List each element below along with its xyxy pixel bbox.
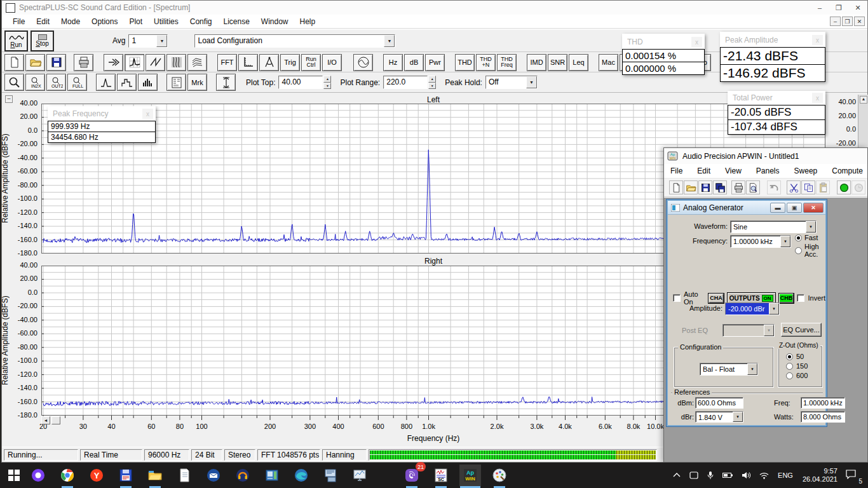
taskbar-edge-icon[interactable]: [290, 464, 312, 486]
close-icon[interactable]: ✕: [803, 203, 824, 213]
taskbar-system-utility-icon[interactable]: [320, 464, 341, 486]
macro-button[interactable]: Mac: [599, 54, 618, 71]
high-acc-radio[interactable]: High Acc.: [795, 243, 825, 258]
tray-chevron-icon[interactable]: [673, 473, 681, 478]
minimize-icon[interactable]: –: [810, 1, 829, 15]
apwin-copy-button[interactable]: [801, 180, 815, 194]
close-icon[interactable]: ✕: [848, 1, 867, 15]
apwin-print-preview-button[interactable]: [746, 180, 760, 194]
menu-config[interactable]: Config: [184, 15, 218, 28]
taskbar-yandex-browser-icon[interactable]: Y: [86, 464, 107, 486]
tablet-mode-icon[interactable]: [689, 471, 698, 479]
close-icon[interactable]: x: [812, 35, 823, 45]
amplitude-range-button[interactable]: [216, 74, 236, 91]
apwin-new-button[interactable]: [669, 180, 683, 194]
apwin-save-all-button[interactable]: [713, 180, 727, 194]
plot-horizontal-scrollbar[interactable]: ◄: [41, 416, 60, 424]
apwin-menu-sweep[interactable]: Sweep: [794, 166, 818, 175]
fast-radio[interactable]: Fast: [795, 234, 818, 241]
apwin-menu-view[interactable]: View: [725, 166, 742, 175]
mdi-close-icon[interactable]: ✕: [854, 17, 865, 26]
taskbar-backup-app-icon[interactable]: [115, 464, 137, 486]
bar-display-button[interactable]: [138, 74, 158, 91]
process-flow-button[interactable]: [104, 54, 123, 71]
taskbar-file-explorer-icon[interactable]: [144, 464, 166, 486]
minimize-icon[interactable]: ▬: [770, 203, 785, 213]
octave-display-button[interactable]: [117, 74, 137, 91]
scaling-button[interactable]: [238, 54, 258, 71]
thdn-utility-button[interactable]: THD+N: [476, 54, 496, 71]
fft-settings-button[interactable]: FFT: [217, 54, 237, 71]
background-scrollbar[interactable]: ▲: [858, 95, 868, 148]
snr-utility-button[interactable]: SNR: [548, 54, 567, 71]
restore-icon[interactable]: ❐: [829, 1, 848, 15]
wifi-icon[interactable]: [759, 472, 769, 479]
clock[interactable]: 9:57 26.04.2021: [803, 467, 837, 484]
signal-generator-button[interactable]: [353, 54, 373, 71]
apwin-print-button[interactable]: [731, 180, 745, 194]
leq-utility-button[interactable]: Leq: [569, 54, 588, 71]
frequency-utility-button[interactable]: Hz: [383, 54, 403, 71]
channel-a-button[interactable]: CHA: [709, 294, 724, 303]
run-button[interactable]: RunRun: [4, 30, 28, 51]
menu-options[interactable]: Options: [86, 15, 123, 28]
plot-options-button[interactable]: [166, 74, 186, 91]
watts-input[interactable]: 8.000 Ohms: [801, 411, 845, 423]
taskbar-chrome-icon[interactable]: [57, 464, 78, 486]
menu-help[interactable]: Help: [294, 15, 322, 28]
apwin-menu-file[interactable]: File: [670, 166, 682, 175]
language-indicator[interactable]: ENG: [778, 471, 793, 479]
menu-utilities[interactable]: Utilities: [148, 15, 184, 28]
taskbar-paint-icon[interactable]: [489, 464, 510, 486]
narrowband-display-button[interactable]: [96, 74, 116, 91]
zout-50-radio[interactable]: 50: [786, 353, 808, 360]
surface-view-button[interactable]: [187, 54, 207, 71]
taskbar-hardware-monitor-icon[interactable]: [261, 464, 283, 486]
channel-b-button[interactable]: CHB: [779, 294, 794, 303]
invert-checkbox[interactable]: [797, 294, 804, 302]
taskbar-viber-icon[interactable]: 21: [401, 464, 423, 486]
dbm-input[interactable]: 600.0 Ohms: [695, 397, 743, 409]
spectrogram-view-button[interactable]: [166, 54, 186, 71]
taskbar-alice-icon[interactable]: [27, 464, 49, 486]
apwin-menu-panels[interactable]: Panels: [756, 166, 780, 175]
zout-150-radio[interactable]: 150: [786, 362, 808, 370]
plot-range-input[interactable]: 220.0: [383, 76, 428, 89]
open-file-button[interactable]: [25, 54, 45, 71]
peak-hold-select[interactable]: Off▼: [485, 76, 538, 89]
menu-window[interactable]: Window: [255, 15, 294, 28]
zout-600-radio[interactable]: 600: [786, 372, 808, 379]
calibration-button[interactable]: [259, 54, 279, 71]
apwin-cut-button[interactable]: [787, 180, 801, 194]
notifications-icon[interactable]: 5: [845, 469, 862, 482]
thd-utility-button[interactable]: THD: [455, 54, 475, 71]
menu-license[interactable]: License: [217, 15, 255, 28]
plot-range-spinner[interactable]: ▲▼: [428, 76, 436, 89]
zoom-out-2x-button[interactable]: OUT2: [46, 74, 66, 91]
dbr-select[interactable]: 1.840 V▼: [695, 411, 743, 423]
apwin-menu-edit[interactable]: Edit: [697, 166, 710, 175]
mdi-minimize-icon[interactable]: –: [830, 17, 841, 26]
apwin-save-button[interactable]: [698, 180, 712, 194]
auto-on-checkbox[interactable]: [673, 294, 681, 302]
menu-mode[interactable]: Mode: [55, 15, 86, 28]
apwin-titlebar[interactable]: Ap WIN Audio Precision APWIN - Untitled1: [664, 148, 867, 164]
battery-icon[interactable]: [722, 472, 733, 478]
markers-button[interactable]: Mrk: [187, 74, 207, 91]
frequency-select[interactable]: 1.00000 kHz▼: [730, 235, 791, 248]
volume-icon[interactable]: [742, 471, 750, 479]
zoom-button[interactable]: [4, 74, 24, 91]
trigger-button[interactable]: Trig: [280, 54, 300, 71]
taskbar-mail-app-icon[interactable]: [203, 464, 224, 486]
save-file-button[interactable]: [46, 54, 66, 71]
apwin-generator-on-button[interactable]: [837, 180, 851, 194]
avg-select[interactable]: 1▼: [128, 34, 168, 48]
menu-file[interactable]: File: [7, 15, 31, 28]
taskbar-audio-app-icon[interactable]: [232, 464, 254, 486]
taskbar-apwin-icon[interactable]: ApWIN: [459, 464, 481, 486]
spectraplus-titlebar[interactable]: SpectraPLUS-SC Sound Card Edition - [Spe…: [2, 1, 867, 15]
run-control-button[interactable]: RunCtrl: [301, 54, 321, 71]
zoom-out-full-button[interactable]: FULL: [67, 74, 87, 91]
microphone-icon[interactable]: [707, 471, 714, 480]
waveform-select[interactable]: Sine▼: [730, 220, 817, 233]
